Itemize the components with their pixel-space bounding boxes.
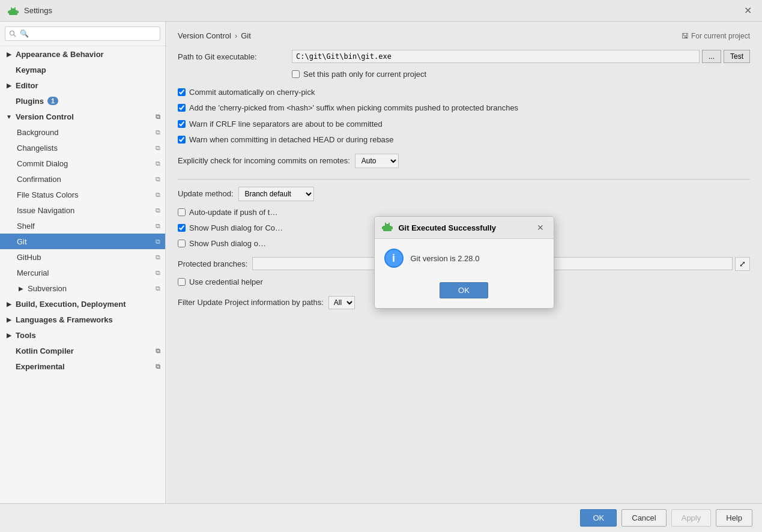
cancel-button[interactable]: Cancel — [621, 509, 666, 527]
sidebar-item-plugins[interactable]: Plugins 1 — [0, 93, 165, 109]
sidebar-item-experimental[interactable]: Experimental ⧉ — [0, 358, 165, 374]
spacer — [5, 65, 13, 74]
copy-icon: ⧉ — [156, 269, 160, 277]
svg-point-8 — [384, 223, 386, 224]
svg-point-2 — [11, 7, 12, 8]
sidebar: ▶ Appearance & Behavior Keymap ▶ Editor … — [0, 22, 166, 503]
info-icon: i — [384, 249, 404, 268]
spacer — [5, 346, 13, 355]
sidebar-label-subversion: Subversion — [28, 284, 67, 293]
title-bar: Settings ✕ — [0, 0, 762, 22]
sidebar-label-build: Build, Execution, Deployment — [16, 300, 125, 309]
expand-icon: ▶ — [17, 284, 25, 292]
apply-button: Apply — [671, 509, 712, 527]
copy-icon: ⧉ — [156, 363, 160, 370]
expand-icon: ▶ — [5, 81, 13, 89]
expand-icon: ▶ — [5, 315, 13, 324]
svg-rect-7 — [385, 224, 390, 228]
content-panel: Version Control › Git 🖫 For current proj… — [166, 22, 762, 503]
modal-title: Git Executed Successfully — [399, 223, 534, 232]
expand-icon: ▶ — [5, 331, 13, 339]
sidebar-label-git: Git — [17, 237, 27, 246]
main-layout: ▶ Appearance & Behavior Keymap ▶ Editor … — [0, 22, 762, 503]
sidebar-item-git[interactable]: Git ⧉ — [0, 234, 165, 249]
sidebar-item-editor[interactable]: ▶ Editor — [0, 77, 165, 93]
sidebar-item-commit-dialog[interactable]: Commit Dialog ⧉ — [0, 156, 165, 171]
copy-icon: ⧉ — [156, 175, 160, 183]
sidebar-label-tools: Tools — [16, 331, 36, 340]
expand-icon: ▶ — [5, 50, 13, 58]
modal-ok-button[interactable]: OK — [440, 282, 488, 298]
sidebar-label-file-status-colors: File Status Colors — [17, 190, 79, 199]
modal-footer: OK — [375, 277, 554, 308]
sidebar-item-file-status-colors[interactable]: File Status Colors ⧉ — [0, 187, 165, 202]
copy-icon: ⧉ — [156, 113, 160, 121]
sidebar-label-experimental: Experimental — [16, 362, 65, 371]
sidebar-item-build[interactable]: ▶ Build, Execution, Deployment — [0, 296, 165, 312]
sidebar-label-languages: Languages & Frameworks — [16, 315, 113, 324]
sidebar-label-editor: Editor — [16, 81, 38, 90]
sidebar-label-shelf: Shelf — [17, 222, 35, 231]
plugins-badge: 1 — [47, 97, 58, 105]
sidebar-label-mercurial: Mercurial — [17, 268, 49, 277]
sidebar-item-mercurial[interactable]: Mercurial ⧉ — [0, 265, 165, 280]
sidebar-label-version-control: Version Control — [16, 112, 74, 121]
sidebar-label-confirmation: Confirmation — [17, 175, 61, 184]
sidebar-item-shelf[interactable]: Shelf ⧉ — [0, 218, 165, 234]
sidebar-label-commit-dialog: Commit Dialog — [17, 159, 68, 168]
footer: OK Cancel Apply Help — [0, 503, 762, 532]
modal-message: Git version is 2.28.0 — [411, 254, 480, 263]
spacer — [5, 362, 13, 370]
sidebar-label-kotlin: Kotlin Compiler — [16, 346, 74, 355]
sidebar-item-keymap[interactable]: Keymap — [0, 62, 165, 77]
modal-close-button[interactable]: ✕ — [534, 222, 546, 234]
modal-header: Git Executed Successfully ✕ — [375, 217, 554, 239]
modal-dialog: Git Executed Successfully ✕ i Git versio… — [374, 216, 554, 309]
copy-icon: ⧉ — [156, 144, 160, 152]
ok-button[interactable]: OK — [580, 509, 617, 527]
expand-icon: ▼ — [5, 112, 13, 121]
copy-icon: ⧉ — [156, 191, 160, 199]
sidebar-label-github: GitHub — [17, 253, 41, 262]
sidebar-label-keymap: Keymap — [16, 65, 46, 74]
window-close-button[interactable]: ✕ — [740, 4, 755, 18]
sidebar-item-languages[interactable]: ▶ Languages & Frameworks — [0, 312, 165, 327]
svg-point-3 — [14, 7, 16, 8]
sidebar-item-confirmation[interactable]: Confirmation ⧉ — [0, 171, 165, 187]
sidebar-item-background[interactable]: Background ⧉ — [0, 124, 165, 140]
copy-icon: ⧉ — [156, 285, 160, 292]
sidebar-item-subversion[interactable]: ▶ Subversion ⧉ — [0, 280, 165, 296]
search-input[interactable] — [5, 26, 160, 41]
help-button[interactable]: Help — [716, 509, 752, 527]
copy-icon: ⧉ — [156, 128, 160, 136]
copy-icon: ⧉ — [156, 222, 160, 230]
sidebar-item-tools[interactable]: ▶ Tools — [0, 327, 165, 343]
modal-overlay: Git Executed Successfully ✕ i Git versio… — [166, 22, 762, 503]
sidebar-search-container — [0, 22, 165, 46]
sidebar-item-github[interactable]: GitHub ⧉ — [0, 249, 165, 265]
sidebar-item-version-control[interactable]: ▼ Version Control ⧉ — [0, 109, 165, 124]
copy-icon: ⧉ — [156, 160, 160, 168]
sidebar-label-background: Background — [17, 128, 58, 137]
window-title: Settings — [24, 6, 52, 15]
sidebar-item-appearance[interactable]: ▶ Appearance & Behavior — [0, 46, 165, 62]
svg-rect-4 — [8, 11, 9, 13]
sidebar-item-issue-navigation[interactable]: Issue Navigation ⧉ — [0, 202, 165, 218]
modal-app-icon — [382, 222, 394, 234]
copy-icon: ⧉ — [156, 238, 160, 246]
svg-point-9 — [388, 223, 389, 224]
expand-icon: ▶ — [5, 300, 13, 308]
copy-icon: ⧉ — [156, 253, 160, 261]
copy-icon: ⧉ — [156, 347, 160, 355]
sidebar-label-changelists: Changelists — [17, 144, 58, 153]
spacer — [5, 97, 13, 105]
sidebar-item-kotlin[interactable]: Kotlin Compiler ⧉ — [0, 343, 165, 358]
svg-rect-10 — [382, 226, 383, 229]
svg-rect-5 — [17, 11, 19, 13]
svg-rect-11 — [392, 226, 393, 229]
sidebar-item-changelists[interactable]: Changelists ⧉ — [0, 140, 165, 156]
sidebar-label-plugins: Plugins — [16, 97, 44, 106]
copy-icon: ⧉ — [156, 207, 160, 214]
app-icon — [7, 5, 19, 17]
sidebar-label-issue-navigation: Issue Navigation — [17, 206, 74, 215]
